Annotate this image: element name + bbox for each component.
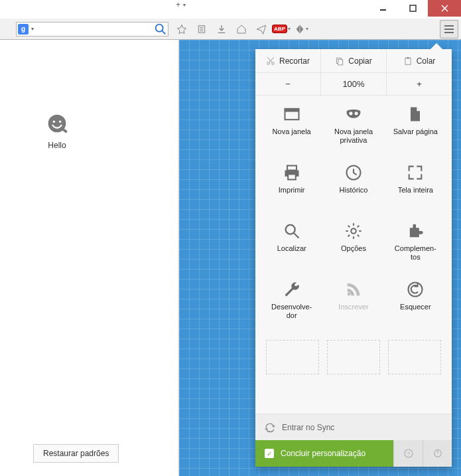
downloads-icon[interactable]	[212, 20, 231, 39]
save-page-button[interactable]: Salvar página	[386, 100, 445, 155]
mask-icon	[344, 105, 363, 123]
done-label: Concluir personalização	[281, 449, 365, 458]
zoom-in-button[interactable]: +	[387, 73, 452, 95]
check-icon: ✓	[265, 449, 274, 458]
svg-rect-16	[407, 57, 409, 58]
quit-button[interactable]	[423, 440, 452, 467]
cut-icon	[266, 56, 275, 66]
cut-button[interactable]: Recortar	[255, 49, 321, 72]
print-button[interactable]: Imprimir	[262, 158, 321, 214]
restore-defaults-button[interactable]: Restaurar padrões	[33, 444, 119, 463]
svg-point-29	[409, 283, 423, 297]
svg-rect-1	[410, 5, 416, 11]
hello-icon	[46, 113, 68, 134]
paste-label: Colar	[417, 56, 436, 66]
fullscreen-button[interactable]: Tela inteira	[386, 158, 445, 214]
item-label: Inscrever	[337, 303, 369, 311]
sync-icon	[265, 422, 275, 433]
subscribe-button[interactable]: Inscrever	[324, 275, 383, 331]
search-box[interactable]: g ▾	[16, 22, 168, 37]
svg-text:?: ?	[407, 451, 410, 457]
svg-point-19	[349, 112, 352, 115]
window-maximize[interactable]	[398, 0, 428, 17]
copy-icon	[335, 56, 344, 66]
forget-button[interactable]: Esquecer	[386, 275, 445, 331]
svg-rect-23	[288, 174, 296, 179]
search-input[interactable]	[34, 25, 153, 34]
window-icon	[283, 105, 301, 123]
gear-icon	[344, 222, 363, 240]
history-button[interactable]: Histórico	[324, 158, 383, 214]
send-icon[interactable]	[252, 20, 271, 39]
history-icon	[344, 163, 363, 182]
wrench-icon	[283, 280, 301, 299]
paste-icon	[403, 56, 413, 66]
svg-rect-15	[405, 58, 411, 64]
empty-slot[interactable]	[266, 340, 319, 374]
window-minimize[interactable]	[368, 0, 398, 17]
window-close[interactable]	[428, 0, 461, 17]
addons-button[interactable]: Complemen- tos	[386, 216, 445, 272]
menu-button[interactable]	[440, 20, 458, 39]
main-toolbar: g ▾ ABP▾ ▾	[0, 19, 461, 40]
item-label: Esquecer	[399, 303, 432, 311]
options-button[interactable]: Opções	[324, 216, 383, 272]
search-go-icon[interactable]	[153, 23, 168, 36]
puzzle-icon	[406, 222, 425, 240]
item-label: Nova janela	[271, 127, 312, 136]
abp-icon[interactable]: ABP▾	[272, 20, 291, 39]
file-icon	[406, 105, 425, 123]
svg-rect-14	[338, 59, 343, 64]
copy-button[interactable]: Copiar	[321, 49, 387, 72]
home-icon[interactable]	[232, 20, 251, 39]
hello-tool[interactable]: Hello	[46, 113, 68, 150]
svg-point-9	[53, 121, 55, 123]
svg-point-20	[355, 112, 358, 115]
svg-line-26	[294, 234, 298, 238]
svg-point-25	[285, 225, 295, 234]
zoom-out-button[interactable]: −	[255, 73, 321, 95]
item-label: Complemen- tos	[393, 244, 438, 262]
item-label: Tela inteira	[397, 186, 434, 195]
print-icon	[283, 163, 301, 182]
new-window-button[interactable]: Nova janela	[262, 100, 321, 155]
svg-rect-18	[285, 109, 298, 112]
customize-palette: Hello Restaurar padrões	[0, 40, 179, 476]
item-label: Imprimir	[277, 186, 306, 195]
hello-label: Hello	[46, 141, 68, 150]
developer-button[interactable]: Desenvolve- dor	[262, 275, 321, 331]
exit-customize-button[interactable]: ✓ Concluir personalização	[255, 440, 393, 467]
copy-label: Copiar	[348, 56, 371, 66]
customize-canvas: Recortar Copiar Colar − 100% +	[179, 40, 461, 476]
reading-list-icon[interactable]	[192, 20, 211, 39]
svg-rect-21	[287, 166, 296, 171]
svg-point-28	[348, 293, 351, 296]
rss-icon	[344, 280, 363, 299]
bookmark-star-icon[interactable]	[172, 20, 191, 39]
item-label: Salvar página	[392, 127, 439, 136]
svg-rect-0	[380, 9, 386, 11]
help-button[interactable]: ?	[393, 440, 423, 467]
empty-slot[interactable]	[388, 340, 441, 374]
cut-label: Recortar	[279, 56, 310, 66]
fullscreen-icon	[406, 163, 425, 182]
menu-panel: Recortar Copiar Colar − 100% +	[255, 49, 452, 467]
item-label: Localizar	[276, 244, 308, 253]
tab-dropdown-icon[interactable]: ▾	[183, 2, 186, 8]
item-label: Nova janela privativa	[324, 127, 383, 145]
svg-point-27	[351, 228, 356, 233]
notifications-icon[interactable]: ▾	[292, 20, 310, 39]
find-button[interactable]: Localizar	[262, 216, 321, 272]
empty-slot[interactable]	[327, 340, 380, 374]
zoom-level[interactable]: 100%	[321, 73, 387, 95]
search-engine-icon[interactable]: g	[18, 24, 29, 35]
search-icon	[283, 222, 301, 240]
sync-signin-button[interactable]: Entrar no Sync	[255, 414, 452, 440]
private-window-button[interactable]: Nova janela privativa	[324, 100, 383, 155]
paste-button[interactable]: Colar	[387, 49, 452, 72]
forget-icon	[406, 280, 425, 299]
item-label: Histórico	[338, 186, 369, 195]
new-tab-button[interactable]: +	[176, 0, 180, 9]
item-label: Opções	[340, 244, 367, 253]
sync-label: Entrar no Sync	[282, 423, 334, 432]
